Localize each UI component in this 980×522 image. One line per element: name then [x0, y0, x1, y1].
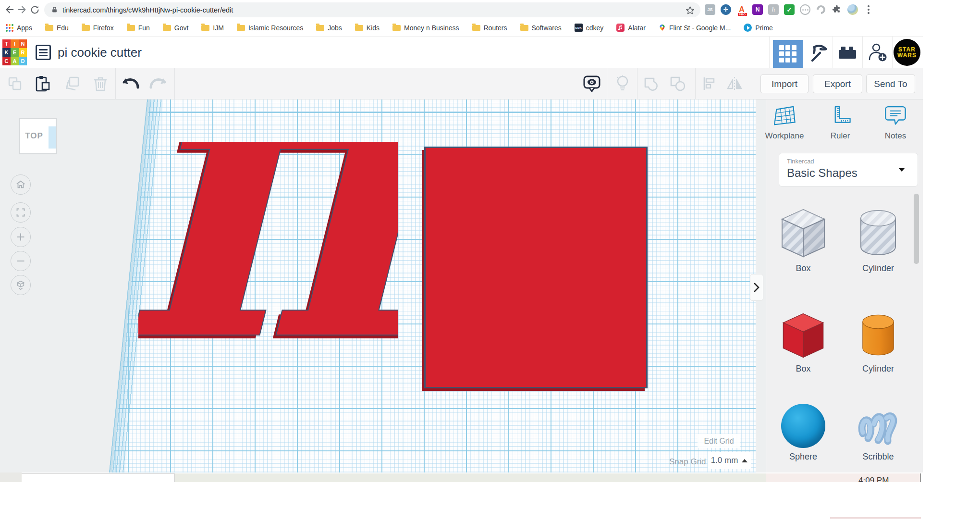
tab-workplane[interactable]: Workplane: [761, 104, 808, 141]
shape-sphere[interactable]: Sphere: [777, 404, 830, 462]
extensions-puzzle-button[interactable]: [832, 4, 842, 15]
dot-icon: [868, 9, 870, 11]
home-view-button[interactable]: [11, 174, 31, 195]
list-icon: [39, 49, 48, 50]
brick-export-button[interactable]: [838, 45, 857, 61]
design-title[interactable]: pi cookie cutter: [58, 37, 142, 68]
panel-scrollbar-thumb[interactable]: [914, 194, 919, 264]
copy-button[interactable]: [6, 75, 24, 93]
onenote-icon: N: [756, 6, 760, 13]
user-avatar[interactable]: STAR WARS: [894, 39, 920, 66]
folder-icon: [392, 25, 401, 31]
ungroup-button[interactable]: [669, 75, 687, 93]
extension-js[interactable]: JS: [705, 4, 715, 15]
cylinder-solid-thumb: [854, 310, 902, 360]
zoom-out-button[interactable]: [11, 251, 31, 271]
pi-glyph-graphic: π π: [138, 142, 398, 389]
delete-button[interactable]: [91, 75, 110, 93]
export-button[interactable]: Export: [813, 75, 862, 93]
invite-collaborator-button[interactable]: [868, 42, 888, 62]
bookmark-alatar[interactable]: Alatar: [616, 24, 646, 32]
view-cube-side-face[interactable]: [49, 126, 56, 149]
extension-checkmark[interactable]: ✓: [784, 4, 795, 15]
undo-button[interactable]: [122, 75, 140, 93]
chevron-right-icon: [754, 283, 760, 292]
extension-onenote[interactable]: N: [752, 4, 763, 15]
shape-scribble[interactable]: Scribble: [852, 404, 905, 462]
extension-blocker[interactable]: ✛: [721, 4, 731, 15]
mirror-button[interactable]: [725, 75, 744, 93]
bookmark-cdkey[interactable]: CDKcdkey: [575, 24, 604, 32]
tab-notes[interactable]: Notes: [872, 104, 919, 141]
snap-grid-dropdown[interactable]: 1.0 mm: [708, 452, 751, 469]
bookmark-folder-islamic-resources[interactable]: Islamic Resources: [237, 24, 303, 32]
back-arrow-icon: [4, 4, 15, 15]
3d-canvas[interactable]: π π TOP: [0, 99, 766, 472]
logo-tile: R: [19, 48, 27, 57]
tinkercad-logo[interactable]: T I N K E R C A D: [2, 39, 27, 65]
bookmark-folder-firefox[interactable]: Firefox: [82, 24, 114, 32]
shape-box-hole[interactable]: Box: [777, 207, 830, 273]
bookmark-label: Routers: [484, 24, 507, 32]
bookmark-folder-softwares[interactable]: Softwares: [520, 24, 562, 32]
extension-honey[interactable]: h: [768, 4, 779, 15]
panel-collapse-tab[interactable]: [750, 274, 763, 301]
pro-badge: PRO: [738, 13, 747, 16]
design-menu-button[interactable]: [36, 45, 51, 60]
bookmark-folder-kids[interactable]: Kids: [355, 24, 380, 32]
zoom-in-button[interactable]: [11, 227, 31, 247]
bookmark-folder-edu[interactable]: Edu: [45, 24, 69, 32]
group-button[interactable]: [643, 75, 661, 93]
bookmark-folder-ijm[interactable]: IJM: [201, 24, 224, 32]
bookmark-flint-st-google-maps[interactable]: Flint St - Google M...: [659, 24, 731, 32]
bookmarks-bar: Apps Edu Firefox Fun Govt IJM Islamic Re…: [0, 19, 923, 37]
bookmark-folder-fun[interactable]: Fun: [127, 24, 150, 32]
dot-icon: [805, 9, 806, 11]
bookmark-apps[interactable]: Apps: [6, 24, 32, 32]
bookmark-prime[interactable]: Prime: [744, 24, 773, 32]
shape-library-dropdown[interactable]: Tinkercad Basic Shapes: [779, 153, 918, 186]
logo-tile: E: [11, 48, 19, 57]
extension-assistant[interactable]: [800, 4, 810, 15]
tips-button[interactable]: [613, 75, 632, 93]
extension-magnet[interactable]: [816, 4, 826, 15]
browser-menu-button[interactable]: [863, 4, 874, 15]
pi-shape[interactable]: π π: [138, 142, 398, 389]
minecraft-export-button[interactable]: [808, 42, 829, 63]
browser-reload-button[interactable]: [27, 2, 42, 17]
duplicate-button[interactable]: [63, 75, 81, 93]
align-button[interactable]: [700, 75, 718, 93]
edit-grid-button[interactable]: Edit Grid: [698, 434, 740, 448]
square-shape[interactable]: [424, 147, 648, 388]
header-divider: [892, 37, 893, 68]
send-to-button[interactable]: Send To: [866, 75, 915, 93]
background-window-edge: [830, 517, 921, 519]
perspective-toggle-button[interactable]: [11, 275, 31, 295]
bookmark-label: Apps: [17, 24, 32, 32]
bookmark-folder-govt[interactable]: Govt: [163, 24, 189, 32]
dashboard-grid-button[interactable]: [773, 40, 803, 68]
plus-icon: [16, 232, 25, 242]
bookmark-label: IJM: [213, 24, 224, 32]
bookmark-star-button[interactable]: [684, 4, 696, 16]
redo-button[interactable]: [149, 75, 167, 93]
import-button[interactable]: Import: [760, 75, 808, 93]
bookmark-folder-jobs[interactable]: Jobs: [316, 24, 342, 32]
logo-tile: I: [11, 39, 19, 48]
browser-profile-avatar[interactable]: [847, 4, 858, 15]
bookmark-folder-routers[interactable]: Routers: [472, 24, 507, 32]
view-cube[interactable]: TOP: [19, 118, 57, 154]
fit-view-button[interactable]: [11, 202, 31, 223]
bookmark-folder-money-n-business[interactable]: Money n Business: [392, 24, 459, 32]
show-all-button[interactable]: [583, 75, 601, 93]
extension-a-pro[interactable]: APRO: [736, 4, 747, 15]
logo-tile: T: [2, 39, 11, 48]
tab-ruler[interactable]: Ruler: [817, 104, 863, 141]
address-bar[interactable]: tinkercad.com/things/cWk9hHtIjNw-pi-cook…: [44, 2, 700, 17]
shape-box-solid[interactable]: Box: [777, 310, 830, 374]
url-text[interactable]: tinkercad.com/things/cWk9hHtIjNw-pi-cook…: [62, 6, 233, 14]
shape-label: Box: [796, 263, 810, 273]
paste-button[interactable]: [33, 75, 51, 93]
shape-cylinder-hole[interactable]: Cylinder: [852, 207, 905, 273]
shape-cylinder-solid[interactable]: Cylinder: [852, 310, 905, 374]
